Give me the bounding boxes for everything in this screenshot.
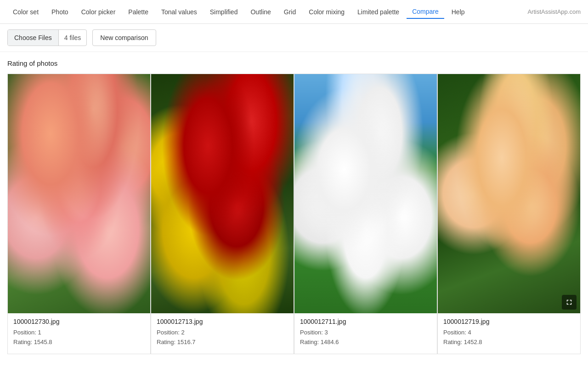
nav-limited-palette[interactable]: Limited palette	[352, 6, 405, 18]
photo-info-3: 1000012711.jpg Position: 3 Rating: 1484.…	[294, 313, 437, 354]
photo-position-4: Position: 4	[443, 328, 575, 338]
section-title: Rating of photos	[7, 59, 581, 67]
photo-image-1	[8, 74, 150, 313]
nav-grid[interactable]: Grid	[278, 6, 301, 18]
new-comparison-button[interactable]: New comparison	[92, 29, 156, 46]
file-input-wrapper: Choose Files 4 files	[7, 29, 87, 46]
fullscreen-icon	[565, 298, 573, 306]
nav-help[interactable]: Help	[446, 6, 470, 18]
photo-filename-4: 1000012719.jpg	[443, 318, 575, 325]
nav-color-set[interactable]: Color set	[7, 6, 44, 18]
photo-rating-4: Rating: 1452.8	[443, 338, 575, 347]
photo-rating-3: Rating: 1484.6	[300, 338, 431, 347]
photo-image-2	[151, 74, 294, 313]
photo-card-3[interactable]: 1000012711.jpg Position: 3 Rating: 1484.…	[294, 74, 437, 354]
main-nav: Color set Photo Color picker Palette Ton…	[0, 0, 588, 24]
main-content: Rating of photos 1000012730.jpg Position…	[0, 52, 588, 362]
photo-card-2[interactable]: 1000012713.jpg Position: 2 Rating: 1516.…	[151, 74, 294, 354]
photo-grid: 1000012730.jpg Position: 1 Rating: 1545.…	[7, 74, 581, 354]
nav-photo[interactable]: Photo	[46, 6, 74, 18]
nav-color-picker[interactable]: Color picker	[76, 6, 121, 18]
photo-filename-2: 1000012713.jpg	[157, 318, 288, 325]
nav-compare[interactable]: Compare	[407, 5, 444, 19]
app-logo: ArtistAssistApp.com	[527, 8, 581, 15]
photo-card-1[interactable]: 1000012730.jpg Position: 1 Rating: 1545.…	[7, 74, 151, 354]
photo-rating-1: Rating: 1545.8	[13, 338, 145, 347]
photo-filename-3: 1000012711.jpg	[300, 318, 431, 325]
file-count: 4 files	[59, 34, 87, 41]
photo-info-4: 1000012719.jpg Position: 4 Rating: 1452.…	[438, 313, 580, 354]
photo-filename-1: 1000012730.jpg	[13, 318, 145, 325]
photo-info-2: 1000012713.jpg Position: 2 Rating: 1516.…	[151, 313, 294, 354]
choose-files-button[interactable]: Choose Files	[8, 30, 59, 46]
photo-info-1: 1000012730.jpg Position: 1 Rating: 1545.…	[8, 313, 150, 354]
photo-position-1: Position: 1	[13, 328, 145, 338]
nav-palette[interactable]: Palette	[123, 6, 154, 18]
nav-tonal-values[interactable]: Tonal values	[156, 6, 203, 18]
photo-position-3: Position: 3	[300, 328, 431, 338]
photo-card-4[interactable]: 1000012719.jpg Position: 4 Rating: 1452.…	[437, 74, 581, 354]
photo-rating-2: Rating: 1516.7	[157, 338, 288, 347]
fullscreen-button[interactable]	[562, 295, 577, 310]
photo-position-2: Position: 2	[157, 328, 288, 338]
nav-outline[interactable]: Outline	[245, 6, 276, 18]
nav-simplified[interactable]: Simplified	[204, 6, 243, 18]
nav-color-mixing[interactable]: Color mixing	[303, 6, 350, 18]
photo-image-4	[438, 74, 580, 313]
photo-image-3	[294, 74, 437, 313]
toolbar: Choose Files 4 files New comparison	[0, 24, 588, 52]
